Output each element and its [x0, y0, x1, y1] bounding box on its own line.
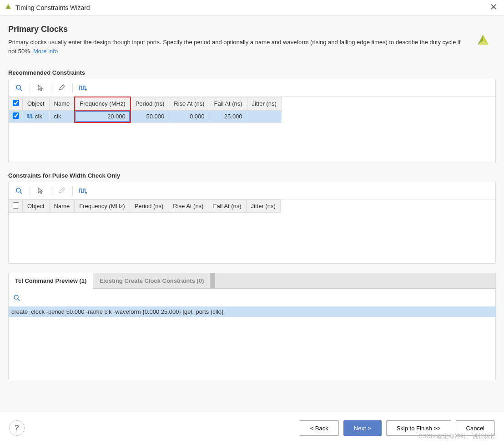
- header-period[interactable]: Period (ns): [130, 200, 168, 213]
- header-name[interactable]: Name: [49, 97, 75, 110]
- section-pulsewidth-title: Constraints for Pulse Width Check Only: [8, 172, 496, 179]
- header-object[interactable]: Object: [23, 97, 50, 110]
- more-info-link[interactable]: More info: [33, 48, 58, 55]
- table-pulsewidth: Object Name Frequency (MHz) Period (ns) …: [9, 199, 281, 213]
- toolbar-separator: [30, 83, 30, 92]
- toolbar-separator: [72, 83, 73, 92]
- toolbar-separator: [51, 186, 51, 195]
- tab-existing-constraints[interactable]: Existing Create Clock Constraints (0): [93, 273, 211, 288]
- cell-rise[interactable]: 0.000: [169, 110, 209, 122]
- toolbar-pulsewidth: [9, 182, 495, 199]
- clock-port-icon: [27, 113, 34, 119]
- header-rise[interactable]: Rise At (ns): [168, 200, 208, 213]
- panel-recommended: Object Name Frequency (MHz) Period (ns) …: [8, 79, 496, 163]
- close-icon[interactable]: [488, 3, 499, 12]
- help-button[interactable]: ?: [9, 420, 25, 436]
- toolbar-separator: [72, 186, 73, 195]
- toolbar-recommended: [9, 79, 495, 97]
- header-frequency[interactable]: Frequency (MHz): [75, 200, 130, 213]
- header-object[interactable]: Object: [23, 200, 50, 213]
- row-check[interactable]: [13, 112, 19, 119]
- waveform-icon[interactable]: [76, 184, 90, 197]
- svg-point-9: [14, 295, 18, 299]
- toolbar-separator: [51, 83, 51, 92]
- header-fall[interactable]: Fall At (ns): [209, 97, 247, 110]
- window-title: Timing Constraints Wizard: [15, 4, 488, 11]
- next-button[interactable]: Next >: [343, 420, 382, 436]
- row-check-cell: [9, 110, 23, 122]
- back-button[interactable]: < Back: [300, 420, 339, 436]
- svg-point-7: [16, 188, 20, 192]
- check-all-pulsewidth[interactable]: [13, 202, 19, 209]
- section-recommended-title: Recommended Constraints: [8, 69, 496, 76]
- svg-point-5: [16, 85, 20, 89]
- cell-period[interactable]: 50.000: [131, 110, 169, 122]
- tabs-panel: Tcl Command Preview (1) Existing Create …: [8, 273, 496, 380]
- search-icon[interactable]: [12, 82, 26, 94]
- cell-name[interactable]: clk: [49, 110, 75, 122]
- tab-body: create_clock -period 50.000 -name clk -w…: [9, 289, 495, 380]
- panel-pulsewidth: Object Name Frequency (MHz) Period (ns) …: [8, 182, 496, 264]
- tabs-bar: Tcl Command Preview (1) Existing Create …: [9, 273, 495, 289]
- header-period[interactable]: Period (ns): [131, 97, 169, 110]
- header-fall[interactable]: Fall At (ns): [208, 200, 246, 213]
- next-button-u: N: [354, 425, 358, 432]
- app-icon: [5, 3, 12, 12]
- waveform-icon[interactable]: [76, 82, 90, 94]
- svg-line-6: [20, 89, 22, 91]
- header-rise[interactable]: Rise At (ns): [169, 97, 209, 110]
- header-check: [9, 97, 23, 110]
- table-recommended: Object Name Frequency (MHz) Period (ns) …: [9, 97, 282, 123]
- table-header-row: Object Name Frequency (MHz) Period (ns) …: [9, 97, 282, 110]
- cell-frequency[interactable]: 20.000: [75, 110, 130, 122]
- vivado-logo-icon: [475, 33, 491, 51]
- cell-object-text: clk: [35, 113, 42, 120]
- edit-icon: [55, 184, 69, 197]
- back-button-u: B: [315, 425, 319, 432]
- tab-search-bar: [9, 292, 495, 306]
- window-titlebar: Timing Constraints Wizard: [0, 0, 504, 15]
- cell-fall[interactable]: 25.000: [209, 110, 247, 122]
- tcl-command-line[interactable]: create_clock -period 50.000 -name clk -w…: [9, 306, 495, 317]
- svg-line-8: [20, 192, 22, 194]
- edit-icon[interactable]: [55, 82, 69, 94]
- table-header-row: Object Name Frequency (MHz) Period (ns) …: [9, 200, 281, 213]
- table-row[interactable]: clk clk 20.000 50.000 0.000 25.000: [9, 110, 282, 122]
- check-all-recommended[interactable]: [13, 100, 19, 106]
- page-description: Primary clocks usually enter the design …: [8, 38, 468, 56]
- cell-object[interactable]: clk: [23, 110, 50, 122]
- tab-tcl-preview[interactable]: Tcl Command Preview (1): [9, 273, 93, 289]
- content-area: Primary Clocks Primary clocks usually en…: [0, 15, 504, 412]
- page-description-text: Primary clocks usually enter the design …: [8, 39, 460, 55]
- page-title: Primary Clocks: [8, 25, 496, 34]
- header-jitter[interactable]: Jitter (ns): [246, 200, 280, 213]
- watermark-text: CSDN @定海神针、说长就长: [418, 432, 496, 440]
- header-check: [9, 200, 23, 213]
- header-frequency[interactable]: Frequency (MHz): [75, 97, 130, 110]
- search-icon[interactable]: [13, 296, 20, 303]
- header-name[interactable]: Name: [49, 200, 75, 213]
- search-icon[interactable]: [12, 184, 26, 197]
- select-icon[interactable]: [34, 184, 47, 197]
- select-icon[interactable]: [34, 82, 47, 94]
- header-jitter[interactable]: Jitter (ns): [247, 97, 281, 110]
- svg-line-10: [18, 299, 20, 301]
- tab-drag-handle[interactable]: [211, 273, 215, 288]
- cell-jitter[interactable]: [247, 110, 281, 122]
- toolbar-separator: [30, 186, 30, 195]
